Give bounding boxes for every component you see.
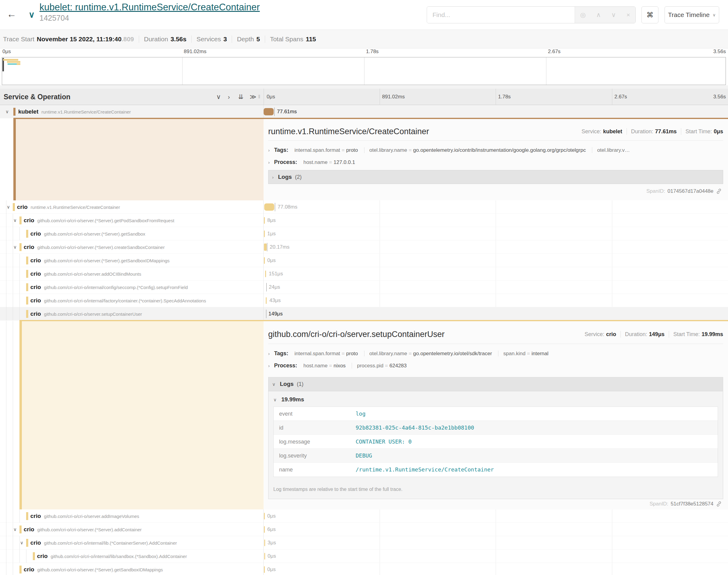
span-rows-block: ∨ crioruntime.v1.RuntimeService/CreateCo… — [0, 200, 728, 320]
span-row-addcontainer[interactable]: ∨ criogithub.com/cri-o/cri-o/server.(*Se… — [0, 523, 728, 536]
collapse-header-icon[interactable]: ∨ — [29, 10, 35, 20]
operation-name: github.com/cri-o/cri-o/internal/lib/sand… — [51, 554, 187, 559]
process-item[interactable]: process.pid=624283 — [352, 363, 407, 369]
detail-tree-offset — [13, 119, 264, 200]
span-bar[interactable] — [264, 539, 265, 546]
span-row-sandbox-addcontainer[interactable]: criogithub.com/cri-o/cri-o/internal/lib/… — [0, 549, 728, 563]
operation-name: github.com/cri-o/cri-o/server.(*Server).… — [37, 218, 174, 223]
chevron-down-icon[interactable]: ∨ — [13, 214, 17, 227]
trace-title-link[interactable]: kubelet: runtime.v1.RuntimeService/Creat… — [39, 2, 260, 12]
span-bar[interactable] — [266, 297, 267, 304]
find-input[interactable] — [427, 7, 575, 23]
tags-row[interactable]: › Tags: internal.span.format=proto otel.… — [268, 348, 723, 359]
subtree-guide-bar[interactable] — [13, 119, 16, 200]
collapse-one-icon[interactable]: ∨ — [216, 89, 221, 105]
view-selector-button[interactable]: Trace Timeline ∨ — [664, 6, 719, 23]
span-id-value: 51cf7f38e5128574 — [671, 501, 714, 507]
tag-item[interactable]: otel.library.name=go.opentelemetry.io/co… — [364, 147, 586, 153]
span-bar[interactable] — [264, 513, 265, 519]
depth-label: Depth — [237, 36, 254, 43]
tag-item-truncated[interactable]: otel.library.v… — [592, 147, 630, 153]
start-time-value: 0μs — [714, 128, 723, 135]
locate-icon[interactable]: ◎ — [580, 11, 586, 19]
back-arrow-icon[interactable]: ← — [7, 8, 16, 20]
expand-one-icon[interactable]: › — [228, 89, 230, 105]
subtree-guide-bar[interactable] — [20, 321, 22, 509]
span-row-seccomp-setupfromfield[interactable]: criogithub.com/cri-o/cri-o/internal/conf… — [0, 280, 728, 294]
chevron-down-icon[interactable]: ∨ — [13, 240, 17, 253]
operation-name: github.com/cri-o/cri-o/server.(*Server).… — [44, 231, 145, 236]
span-row-addocibindmounts[interactable]: criogithub.com/cri-o/cri-o/server.addOCI… — [0, 267, 728, 280]
service-name: crio — [30, 311, 41, 317]
log-field-row: log.severityDEBUG — [274, 449, 718, 463]
span-duration: 6μs — [267, 523, 276, 536]
collapse-all-icon[interactable]: ⇊ — [238, 89, 243, 105]
span-row-getpodsandboxfromrequest[interactable]: ∨ criogithub.com/cri-o/cri-o/server.(*Se… — [0, 214, 728, 227]
span-row-crio-createcontainer[interactable]: ∨ crioruntime.v1.RuntimeService/CreateCo… — [0, 200, 728, 214]
span-bar[interactable] — [264, 553, 265, 560]
trace-minimap[interactable] — [2, 57, 726, 85]
link-icon[interactable] — [716, 501, 722, 507]
link-icon[interactable] — [716, 188, 722, 194]
span-row-specaddannotations[interactable]: criogithub.com/cri-o/cri-o/internal/fact… — [0, 294, 728, 307]
span-bar[interactable] — [264, 566, 265, 573]
span-row-lib-addcontainer[interactable]: ∨ criogithub.com/cri-o/cri-o/internal/li… — [0, 536, 728, 549]
log-timestamps-note: Log timestamps are relative to the start… — [273, 487, 402, 492]
service-color-bar — [26, 310, 28, 318]
start-time-value: 19.99ms — [702, 331, 723, 338]
span-bar[interactable] — [265, 270, 266, 277]
process-item[interactable]: host.name=127.0.0.1 — [303, 159, 355, 165]
span-bar[interactable] — [264, 108, 274, 115]
column-resize-handle[interactable]: ‖ — [258, 89, 260, 105]
process-row[interactable]: › Process: host.name=nixos process.pid=6… — [268, 360, 723, 371]
span-row-getsandboxidmappings-2[interactable]: criogithub.com/cri-o/cri-o/server.(*Serv… — [0, 563, 728, 575]
chevron-down-icon[interactable]: ∨ — [20, 536, 23, 549]
span-row-setupcontaineruser[interactable]: criogithub.com/cri-o/cri-o/server.setupC… — [0, 307, 728, 320]
tag-item[interactable]: internal.span.format=proto — [295, 147, 358, 153]
service-name: crio — [24, 217, 34, 224]
service-color-bar — [26, 230, 28, 238]
logs-label: Logs — [278, 174, 292, 180]
span-row-addimagevolumes[interactable]: criogithub.com/cri-o/cri-o/server.addIma… — [0, 509, 728, 523]
span-bar[interactable] — [264, 243, 267, 251]
process-item[interactable]: host.name=nixos — [303, 363, 345, 369]
chevron-down-icon[interactable]: ∨ — [13, 523, 17, 536]
tags-row[interactable]: › Tags: internal.span.format=proto otel.… — [268, 144, 723, 156]
next-match-icon[interactable]: ∨ — [611, 11, 616, 19]
logs-expanded-bar[interactable]: ∨ Logs (1) — [268, 377, 723, 391]
span-bar[interactable] — [266, 283, 267, 292]
duration-label: Duration: — [631, 128, 653, 135]
span-row-kubelet-createcontainer[interactable]: ∨ kubeletruntime.v1.RuntimeService/Creat… — [0, 105, 728, 119]
tag-item[interactable]: span.kind=internal — [498, 351, 548, 357]
chevron-right-icon: › — [268, 160, 270, 165]
span-bar[interactable] — [264, 230, 265, 237]
span-duration: 24μs — [269, 280, 280, 294]
span-bar[interactable] — [264, 526, 265, 533]
chevron-down-icon[interactable]: ∨ — [7, 200, 10, 213]
keyboard-shortcuts-button[interactable]: ⌘ — [641, 6, 658, 23]
chevron-right-icon: › — [268, 363, 270, 368]
span-duration: 20.17ms — [270, 240, 290, 254]
log-entry-time[interactable]: ∨ 19.99ms — [273, 396, 304, 403]
service-name: crio — [24, 244, 34, 250]
expand-all-icon[interactable]: ≫ — [250, 89, 256, 105]
logs-collapsed-bar[interactable]: › Logs (2) — [268, 170, 723, 184]
process-row[interactable]: › Process: host.name=127.0.0.1 — [268, 157, 723, 168]
span-row-getsandboxidmappings[interactable]: criogithub.com/cri-o/cri-o/server.(*Serv… — [0, 254, 728, 267]
span-bar[interactable] — [264, 257, 265, 264]
service-value: kubelet — [603, 128, 622, 135]
spacer — [0, 85, 728, 89]
span-bar[interactable] — [264, 203, 274, 211]
span-bar[interactable] — [264, 217, 265, 224]
find-controls: ◎ ∧ ∨ × — [575, 7, 635, 23]
tag-item[interactable]: internal.span.format=proto — [295, 351, 358, 357]
detail-title: github.com/cri-o/cri-o/server.setupConta… — [268, 330, 444, 339]
span-row-getsandbox[interactable]: criogithub.com/cri-o/cri-o/server.(*Serv… — [0, 227, 728, 240]
clear-search-icon[interactable]: × — [627, 11, 630, 19]
chevron-down-icon[interactable]: ∨ — [5, 105, 9, 118]
span-row-createsandboxcontainer[interactable]: ∨ criogithub.com/cri-o/cri-o/server.(*Se… — [0, 240, 728, 254]
tag-item[interactable]: otel.library.name=go.opentelemetry.io/ot… — [364, 351, 492, 357]
span-duration: 77.08ms — [277, 200, 297, 214]
prev-match-icon[interactable]: ∧ — [596, 11, 601, 19]
span-bar[interactable] — [266, 310, 266, 318]
